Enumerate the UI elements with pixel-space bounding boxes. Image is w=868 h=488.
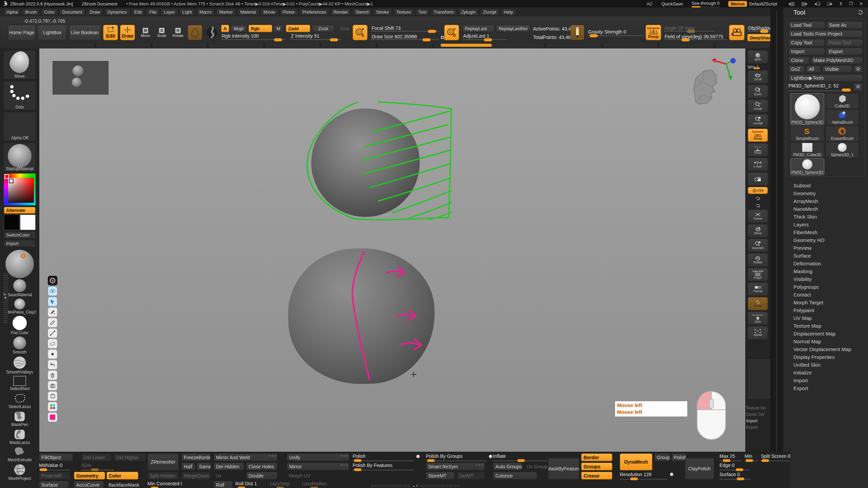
replay-last-rel-button[interactable]: ReplayLastRel [496, 25, 530, 32]
split-screen-slider[interactable]: Split Screen 0 [761, 453, 789, 461]
local-symmetry-button[interactable]: L.Sym [748, 158, 768, 171]
tray-left-toggle-icon[interactable]: ◂|||| [786, 1, 797, 6]
menu-item-texture[interactable]: Texture [393, 8, 414, 16]
camera-lock-button[interactable] [748, 172, 768, 186]
subpalette-arraymesh[interactable]: ArrayMesh [783, 197, 868, 205]
z-intensity-slider[interactable]: Z Intensity 51 [290, 33, 341, 41]
save-as-button[interactable]: Save As [826, 21, 863, 29]
tool-tile-simplebrush[interactable]: S SimpleBrush [790, 126, 824, 141]
restore-icon[interactable]: ❐ [847, 1, 855, 6]
zsub-button[interactable]: Zsub [312, 25, 334, 32]
menu-item-file[interactable]: File [146, 8, 159, 16]
close-icon[interactable]: ✕ [857, 1, 865, 6]
home-page-button[interactable]: Home Page [8, 25, 36, 40]
tool-tile-cube3d[interactable]: Cube3D [826, 93, 859, 109]
material-basic[interactable]: BasicMaterial [4, 279, 36, 298]
subpalette-morph-target[interactable]: Morph Target [783, 299, 868, 306]
menu-item-draw[interactable]: Draw [87, 8, 103, 16]
subpalette-nanomesh[interactable]: NanoMesh [783, 205, 868, 213]
sv-selector[interactable] [9, 179, 14, 183]
border-toggle[interactable]: Border [581, 453, 612, 461]
active-tool-slider[interactable]: PM3D_Sphere3D_2. 52 [788, 83, 852, 91]
camera-button[interactable] [729, 25, 745, 40]
color-toggle-button[interactable]: Color [106, 472, 138, 480]
subpalette-display-properties[interactable]: Display Properties [783, 353, 868, 361]
polish-slider[interactable]: Polish [353, 453, 414, 461]
subpalette-export[interactable]: Export [783, 384, 868, 392]
zoom-button[interactable]: Zoom [748, 85, 768, 98]
clay-min-slider[interactable]: Min [745, 453, 758, 461]
move-button[interactable]: MMove [138, 25, 153, 40]
tray-handle-strip[interactable] [40, 43, 783, 47]
material-flat-color[interactable]: Flat Color [4, 316, 36, 336]
floor-button[interactable]: x y z Floor [748, 143, 768, 157]
store-mt-button[interactable]: StoreMT [426, 472, 454, 480]
menu-item-macro[interactable]: Macro [196, 8, 215, 16]
brush-mesh-project[interactable]: MeshProject [4, 464, 36, 481]
whiteboard-icon[interactable] [48, 391, 57, 401]
brush-select-lasso[interactable]: SelectLasso [4, 392, 36, 409]
see-through-slider[interactable]: See-through 0 [692, 1, 719, 7]
menu-item-marker[interactable]: Marker [216, 8, 236, 16]
dynamesh-polish-button[interactable]: Polish [671, 453, 686, 461]
eraser-icon[interactable] [48, 339, 57, 348]
polyframe-button[interactable]: Line Fill PolyF [748, 268, 768, 281]
spix-slider[interactable]: SPix 3 [748, 64, 768, 69]
current-material-preview[interactable] [5, 250, 34, 278]
adjust-last-slider[interactable]: AdjustLast 1 [462, 33, 507, 41]
polish-by-groups-slider[interactable]: Polish By Groups [426, 453, 487, 461]
subpalette-uv-map[interactable]: UV Map [783, 314, 868, 322]
ac-button[interactable]: AC [647, 1, 653, 6]
import-tool-button[interactable]: Import [788, 48, 825, 55]
tool-tile-alphabrush[interactable]: AlphaBrush [826, 109, 859, 125]
auto-groups-button[interactable]: Auto Groups [493, 463, 522, 470]
subpalette-thick-skin[interactable]: Thick Skin [783, 213, 868, 221]
brush-mask-lasso[interactable]: MaskLasso [4, 428, 36, 445]
goz-r-button[interactable]: R [853, 65, 863, 73]
rgb-button[interactable]: Rgb [249, 25, 272, 32]
secondary-color-swatch[interactable] [20, 215, 36, 230]
rotate-canvas-button[interactable]: Rotate [748, 253, 768, 267]
brush-select-rect[interactable]: SelectRect [4, 376, 36, 391]
eye-icon[interactable] [48, 286, 57, 296]
clay-polish-button[interactable]: ClayPolish [685, 458, 714, 480]
color-import-button[interactable]: Import [4, 240, 36, 247]
mirror-and-weld-button[interactable]: Mirror And Weldx y z [214, 453, 277, 461]
draw-size-slider[interactable]: Draw Size 602.35998 [371, 34, 439, 41]
lightbox-tools-button[interactable]: Lightbox▶Tools [788, 74, 863, 82]
surface-slider[interactable]: Surface 0 [719, 472, 751, 480]
tool-tile-sphere3d1[interactable]: Sphere3D_1 [826, 142, 859, 158]
brush-smooth-valleys[interactable]: SmoothValleys [4, 356, 36, 375]
load-tool-button[interactable]: Load Tool [788, 21, 825, 29]
cursor-icon[interactable] [48, 297, 57, 306]
menu-item-color[interactable]: Color [41, 8, 58, 16]
subpalette-layers[interactable]: Layers [783, 221, 868, 228]
menu-item-stroke[interactable]: Stroke [373, 8, 392, 16]
subpalette-texture-map[interactable]: Texture Map [783, 322, 868, 330]
subpalette-contact[interactable]: Contact [783, 291, 868, 299]
current-brush-thumbnail[interactable]: Move [3, 50, 36, 79]
subpalette-polygroups[interactable]: Polygroups [783, 283, 868, 291]
gravity-strength-slider[interactable]: Gravity Strength 0 [587, 29, 643, 37]
menu-item-movie[interactable]: Movie [260, 8, 278, 16]
close-holes-button[interactable]: Close Holes [246, 463, 277, 470]
aahalf-button[interactable]: AAHalf [748, 114, 768, 127]
current-brush-button[interactable] [188, 25, 202, 40]
color-picker[interactable] [4, 174, 36, 205]
backfacemask-button[interactable]: BackfaceMask [106, 481, 139, 488]
replay-last-button[interactable]: ReplayLast [462, 25, 494, 32]
move-canvas-button[interactable]: Move [748, 224, 768, 238]
xpose-button[interactable]: Xpose [748, 326, 768, 340]
rgb-intensity-slider[interactable]: Rgb Intensity 100 [221, 33, 285, 41]
menu-item-help[interactable]: Help [501, 8, 516, 16]
roll-button[interactable]: Roll [214, 481, 233, 488]
focal-shift-slider[interactable]: Focal Shift 73 [371, 25, 439, 32]
tray-handle-active[interactable] [441, 44, 492, 47]
menu-item-material[interactable]: Material [237, 8, 259, 16]
resolution-slider[interactable]: Resolution 128 [620, 472, 667, 480]
undo-icon[interactable] [48, 360, 57, 369]
menu-item-transform[interactable]: Transform [431, 8, 457, 16]
subpalette-surface[interactable]: Surface [783, 252, 868, 260]
stroke-picker-button[interactable]: S [353, 25, 368, 40]
palette-icon[interactable] [48, 402, 57, 411]
